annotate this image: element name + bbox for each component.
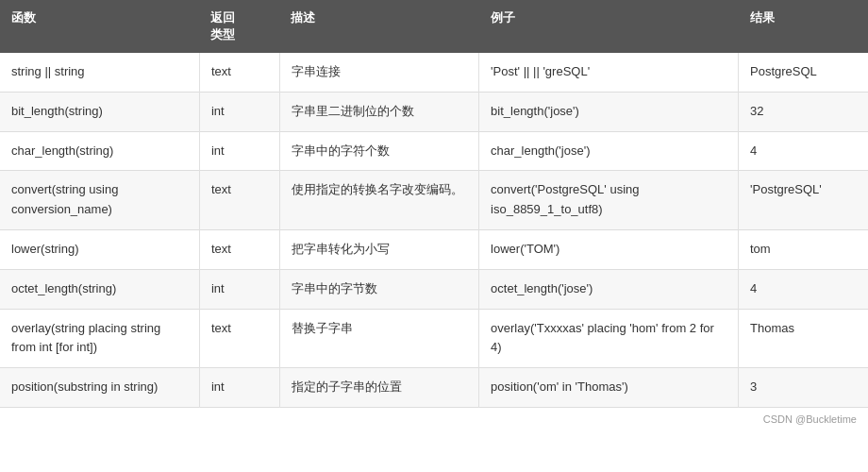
cell-desc: 使用指定的转换名字改变编码。	[279, 171, 478, 230]
cell-ret: text	[199, 229, 279, 269]
cell-example: position('om' in 'Thomas')	[479, 368, 739, 408]
cell-func: convert(string using conversion_name)	[0, 171, 199, 230]
header-result: 结果	[739, 0, 869, 53]
cell-ret: text	[199, 171, 279, 230]
cell-func: octet_length(string)	[0, 269, 199, 309]
cell-ret: int	[199, 92, 279, 131]
footer-credit: CSDN @Buckletime	[0, 408, 868, 429]
header-example: 例子	[479, 0, 739, 53]
cell-desc: 字串中的字节数	[279, 269, 478, 309]
table-row: overlay(string placing string from int […	[0, 309, 868, 368]
cell-result: 4	[739, 131, 869, 171]
cell-desc: 替换子字串	[279, 309, 478, 368]
header-func: 函数	[0, 0, 199, 53]
cell-func: char_length(string)	[0, 131, 199, 171]
cell-func: overlay(string placing string from int […	[0, 309, 199, 368]
cell-result: tom	[739, 229, 869, 269]
cell-result: PostgreSQL	[739, 53, 869, 92]
cell-ret: text	[199, 309, 279, 368]
functions-table: 函数 返回 类型 描述 例子 结果 string || stringtext字串…	[0, 0, 868, 408]
cell-example: 'Post' || || 'greSQL'	[479, 53, 739, 92]
cell-ret: int	[199, 368, 279, 408]
cell-func: lower(string)	[0, 229, 199, 269]
cell-example: char_length('jose')	[479, 131, 739, 171]
table-row: char_length(string)int字串中的字符个数char_lengt…	[0, 131, 868, 171]
cell-example: octet_length('jose')	[479, 269, 739, 309]
cell-desc: 把字串转化为小写	[279, 229, 478, 269]
table-row: lower(string)text把字串转化为小写lower('TOM')tom	[0, 229, 868, 269]
cell-example: convert('PostgreSQL' using iso_8859_1_to…	[479, 171, 739, 230]
table-row: convert(string using conversion_name)tex…	[0, 171, 868, 230]
table-row: string || stringtext字串连接'Post' || || 'gr…	[0, 53, 868, 92]
cell-result: 32	[739, 92, 869, 131]
cell-example: overlay('Txxxxas' placing 'hom' from 2 f…	[479, 309, 739, 368]
cell-result: 4	[739, 269, 869, 309]
table-row: position(substring in string)int指定的子字串的位…	[0, 368, 868, 408]
cell-ret: text	[199, 53, 279, 92]
cell-ret: int	[199, 269, 279, 309]
cell-desc: 字串中的字符个数	[279, 131, 478, 171]
header-desc: 描述	[279, 0, 478, 53]
cell-func: position(substring in string)	[0, 368, 199, 408]
cell-result: Thomas	[739, 309, 869, 368]
cell-ret: int	[199, 131, 279, 171]
cell-func: bit_length(string)	[0, 92, 199, 131]
cell-desc: 指定的子字串的位置	[279, 368, 478, 408]
cell-func: string || string	[0, 53, 199, 92]
cell-desc: 字串里二进制位的个数	[279, 92, 478, 131]
cell-example: bit_length('jose')	[479, 92, 739, 131]
table-row: bit_length(string)int字串里二进制位的个数bit_lengt…	[0, 92, 868, 131]
cell-result: 'PostgreSQL'	[739, 171, 869, 230]
cell-desc: 字串连接	[279, 53, 478, 92]
table-row: octet_length(string)int字串中的字节数octet_leng…	[0, 269, 868, 309]
cell-result: 3	[739, 368, 869, 408]
cell-example: lower('TOM')	[479, 229, 739, 269]
header-ret: 返回 类型	[199, 0, 279, 53]
